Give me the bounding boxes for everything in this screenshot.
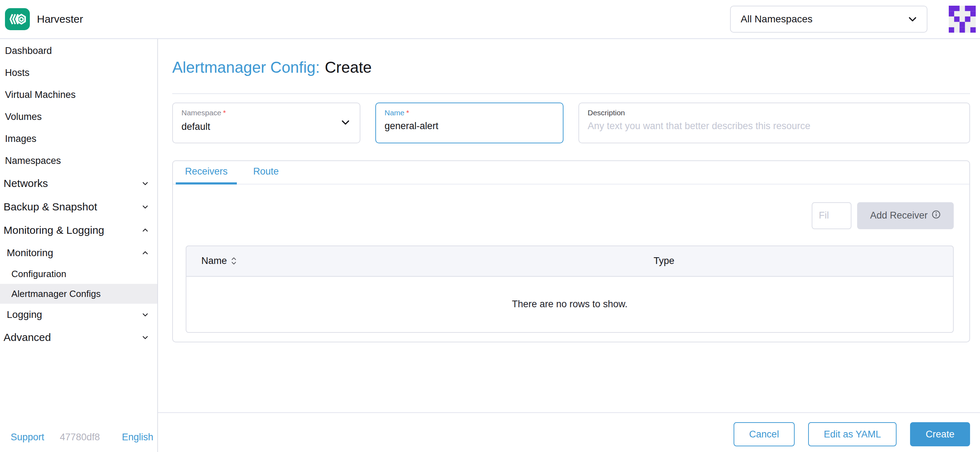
sidebar-item-images[interactable]: Images xyxy=(0,128,157,150)
chevron-up-icon xyxy=(141,226,150,235)
sidebar-item-hosts[interactable]: Hosts xyxy=(0,62,157,84)
page-title-action: Create xyxy=(325,58,372,77)
chevron-down-icon xyxy=(141,333,150,342)
namespace-value: default xyxy=(181,121,351,132)
top-bar-right: All Namespaces xyxy=(730,6,976,33)
receivers-route-panel: Receivers Route Add Receiver xyxy=(172,160,970,343)
chevron-down-icon xyxy=(141,179,150,188)
chevron-up-icon xyxy=(141,249,150,257)
empty-table-message: There are no rows to show. xyxy=(512,299,628,310)
namespace-filter-dropdown[interactable]: All Namespaces xyxy=(730,6,928,33)
info-icon[interactable] xyxy=(931,210,941,222)
page-title-resource: Alertmanager Config: xyxy=(172,58,320,77)
description-label: Description xyxy=(588,109,625,117)
cancel-button[interactable]: Cancel xyxy=(733,422,795,446)
receivers-table: Name Type There are no rows to show. xyxy=(186,246,954,333)
description-input[interactable] xyxy=(588,121,961,132)
sidebar-item-virtual-machines[interactable]: Virtual Machines xyxy=(0,84,157,106)
column-header-name[interactable]: Name xyxy=(186,246,639,276)
receivers-toolbar: Add Receiver xyxy=(173,202,954,229)
edit-as-yaml-button[interactable]: Edit as YAML xyxy=(808,422,897,446)
language-link[interactable]: English xyxy=(122,432,153,443)
sidebar-group-networks[interactable]: Networks xyxy=(0,172,157,195)
version-label: 47780df8 xyxy=(60,432,100,443)
sidebar-nav: Dashboard Hosts Virtual Machines Volumes… xyxy=(0,39,157,349)
chevron-down-icon xyxy=(141,311,150,319)
sidebar-subgroup-logging[interactable]: Logging xyxy=(0,304,157,326)
support-link[interactable]: Support xyxy=(11,432,45,443)
brand-home-link[interactable]: Harvester xyxy=(5,8,83,30)
main-content: Alertmanager Config: Create Namespace* d… xyxy=(158,39,980,452)
sidebar-footer: Support 47780df8 English xyxy=(11,432,153,443)
required-marker: * xyxy=(406,109,409,117)
create-button[interactable]: Create xyxy=(910,422,970,446)
sidebar-item-configuration[interactable]: Configuration xyxy=(0,264,157,284)
top-bar: Harvester All Namespaces xyxy=(0,0,980,39)
user-avatar-identicon[interactable] xyxy=(949,6,976,33)
page-title: Alertmanager Config: Create xyxy=(172,58,970,77)
sidebar-group-advanced[interactable]: Advanced xyxy=(0,326,157,349)
name-input[interactable] xyxy=(385,121,554,132)
sidebar-item-alertmanager-configs[interactable]: Alertmanager Configs xyxy=(0,284,157,304)
app-name: Harvester xyxy=(37,13,83,25)
sidebar-group-monitoring-logging[interactable]: Monitoring & Logging xyxy=(0,219,157,242)
title-divider xyxy=(172,93,970,94)
column-header-type[interactable]: Type xyxy=(639,246,953,276)
tab-bar: Receivers Route xyxy=(173,161,969,184)
required-marker: * xyxy=(223,109,226,117)
sidebar-item-dashboard[interactable]: Dashboard xyxy=(0,40,157,62)
namespace-field[interactable]: Namespace* default xyxy=(172,103,360,143)
sidebar: Dashboard Hosts Virtual Machines Volumes… xyxy=(0,39,158,452)
chevron-down-icon xyxy=(907,13,918,25)
sidebar-subgroup-monitoring[interactable]: Monitoring xyxy=(0,242,157,264)
name-label: Name xyxy=(385,109,404,117)
harvester-app: Harvester All Namespaces xyxy=(0,0,980,452)
metadata-form-row: Namespace* default Name* Description xyxy=(172,103,970,143)
chevron-down-icon xyxy=(141,203,150,211)
add-receiver-button[interactable]: Add Receiver xyxy=(857,202,954,229)
sidebar-item-volumes[interactable]: Volumes xyxy=(0,106,157,128)
namespace-filter-value: All Namespaces xyxy=(741,13,812,25)
filter-input[interactable] xyxy=(812,202,851,229)
chevron-down-icon xyxy=(340,117,351,130)
description-field: Description xyxy=(578,103,970,143)
name-field: Name* xyxy=(375,103,563,143)
tab-receivers[interactable]: Receivers xyxy=(176,161,237,184)
receivers-table-body: There are no rows to show. xyxy=(186,277,954,333)
sidebar-item-namespaces[interactable]: Namespaces xyxy=(0,150,157,172)
tab-route[interactable]: Route xyxy=(244,161,288,184)
app-body: Dashboard Hosts Virtual Machines Volumes… xyxy=(0,39,980,452)
sort-icon xyxy=(231,257,237,265)
receivers-table-header: Name Type xyxy=(186,246,954,277)
namespace-label: Namespace xyxy=(181,109,221,117)
footer-action-bar: Cancel Edit as YAML Create xyxy=(158,412,980,452)
sidebar-group-backup-snapshot[interactable]: Backup & Snapshot xyxy=(0,195,157,219)
harvester-logo-icon xyxy=(5,8,30,30)
